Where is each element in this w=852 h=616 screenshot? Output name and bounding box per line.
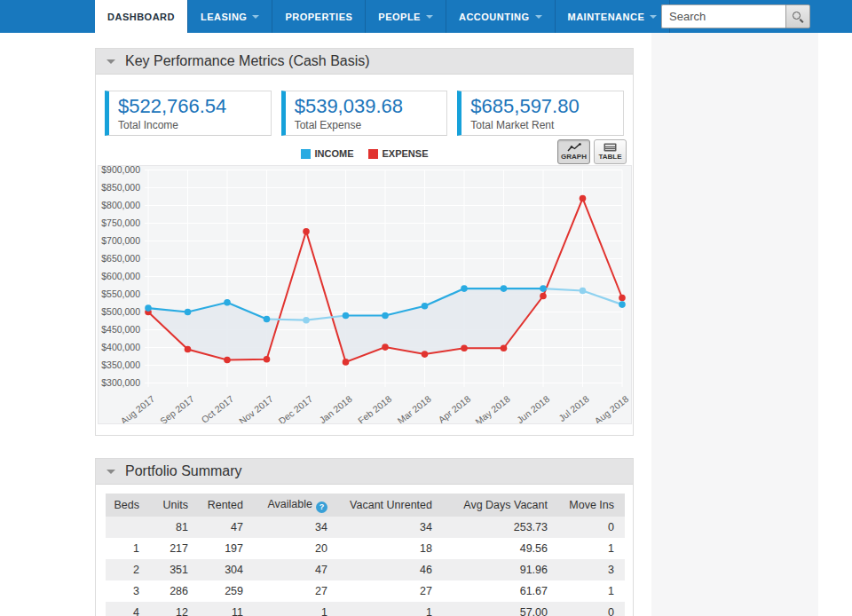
- nav-tab-label: DASHBOARD: [107, 12, 175, 22]
- svg-text:Aug 2018: Aug 2018: [592, 393, 630, 423]
- svg-text:Feb 2018: Feb 2018: [356, 393, 393, 423]
- col-header-label: Vacant Unrented: [350, 499, 432, 511]
- svg-text:Aug 2017: Aug 2017: [118, 393, 156, 423]
- svg-text:$750,000: $750,000: [101, 217, 140, 228]
- help-icon[interactable]: ?: [316, 501, 327, 513]
- table-cell: 351: [150, 559, 199, 580]
- col-header-label: Available: [267, 498, 312, 510]
- search-button[interactable]: [785, 4, 810, 28]
- svg-text:Dec 2017: Dec 2017: [276, 393, 314, 423]
- svg-text:$300,000: $300,000: [101, 377, 140, 388]
- nav-tab-leasing[interactable]: LEASING: [187, 0, 272, 33]
- svg-text:$800,000: $800,000: [101, 200, 140, 210]
- nav-tab-label: LEASING: [201, 12, 247, 22]
- legend-swatch-icon: [368, 149, 378, 159]
- nav-tab-accounting[interactable]: ACCOUNTING: [446, 0, 555, 33]
- table-row: 1217197201849.561: [106, 538, 625, 559]
- chevron-down-icon: [426, 15, 433, 19]
- col-header-available: Available?: [254, 494, 338, 517]
- table-cell: 57.00: [443, 602, 558, 616]
- table-cell: 27: [254, 580, 338, 602]
- nav-tab-label: PEOPLE: [378, 12, 421, 22]
- svg-text:$350,000: $350,000: [101, 359, 140, 370]
- table-icon: [604, 143, 617, 152]
- metric-label: Total Income: [118, 119, 271, 131]
- svg-text:Jun 2018: Jun 2018: [515, 393, 552, 423]
- col-header-label: Units: [163, 499, 188, 511]
- table-cell: 3: [106, 580, 150, 602]
- nav-tab-properties[interactable]: PROPERTIES: [272, 0, 365, 33]
- graph-table-toggle: GRAPH TABLE: [557, 139, 627, 164]
- col-header-label: Move Ins: [569, 499, 614, 511]
- graph-button-label: GRAPH: [561, 153, 587, 161]
- kpm-chart: $300,000$350,000$400,000$450,000$500,000…: [99, 166, 631, 423]
- table-cell: 18: [338, 538, 443, 559]
- table-cell: 3: [558, 559, 625, 580]
- nav-tab-people[interactable]: PEOPLE: [365, 0, 446, 33]
- svg-text:$900,000: $900,000: [101, 166, 140, 175]
- col-header-label: Beds: [114, 499, 140, 511]
- table-cell: 217: [150, 538, 199, 559]
- col-header-rented: Rented: [199, 494, 254, 517]
- table-cell: 11: [199, 602, 254, 616]
- metric-card-total-expense: $539,039.68Total Expense: [281, 91, 448, 136]
- table-view-button[interactable]: TABLE: [594, 139, 627, 164]
- table-cell: 259: [199, 580, 254, 602]
- table-cell: 47: [254, 559, 338, 580]
- svg-text:$700,000: $700,000: [101, 235, 140, 246]
- svg-text:$650,000: $650,000: [101, 253, 140, 264]
- table-cell: 1: [558, 538, 625, 559]
- metric-cards-row: $522,766.54Total Income$539,039.68Total …: [96, 75, 633, 136]
- svg-text:$500,000: $500,000: [101, 306, 140, 317]
- portfolio-summary-table: BedsUnitsRentedAvailable?Vacant Unrented…: [106, 494, 625, 616]
- col-header-units: Units: [150, 494, 199, 517]
- svg-text:$850,000: $850,000: [101, 182, 140, 193]
- svg-text:Mar 2018: Mar 2018: [395, 393, 432, 423]
- collapse-caret-icon[interactable]: [106, 470, 115, 474]
- metric-label: Total Market Rent: [470, 119, 623, 131]
- svg-text:$400,000: $400,000: [101, 342, 140, 352]
- svg-text:May 2018: May 2018: [473, 393, 512, 423]
- col-header-vacant-unrented: Vacant Unrented: [338, 494, 443, 517]
- svg-text:$550,000: $550,000: [101, 288, 140, 299]
- svg-text:$450,000: $450,000: [101, 324, 140, 335]
- metric-value: $522,766.54: [118, 95, 271, 118]
- legend-item-expense: EXPENSE: [368, 148, 429, 159]
- chevron-down-icon: [535, 15, 542, 19]
- table-cell: 91.96: [443, 559, 558, 580]
- kpm-panel-title: Key Performance Metrics (Cash Basis): [125, 53, 370, 69]
- chart-header: INCOMEEXPENSE GRAPH: [96, 136, 633, 165]
- table-row: 412111157.000: [106, 602, 625, 616]
- nav-tab-label: ACCOUNTING: [459, 12, 530, 22]
- svg-text:Sep 2017: Sep 2017: [158, 393, 196, 423]
- legend-item-income: INCOME: [301, 148, 354, 159]
- table-cell: 1: [338, 602, 443, 616]
- legend-label: INCOME: [315, 148, 354, 159]
- table-cell: 27: [338, 580, 443, 602]
- table-cell: 49.56: [443, 538, 558, 559]
- table-cell: 0: [558, 602, 625, 616]
- svg-text:Jan 2018: Jan 2018: [317, 393, 354, 423]
- kpm-panel: Key Performance Metrics (Cash Basis) $52…: [95, 48, 634, 436]
- nav-tab-maintenance[interactable]: MAINTENANCE: [555, 0, 670, 33]
- portfolio-panel-header: Portfolio Summary: [96, 459, 633, 485]
- table-cell: 0: [558, 517, 625, 538]
- table-cell: 20: [254, 538, 338, 559]
- nav-tab-label: PROPERTIES: [285, 12, 352, 22]
- right-side-panel: [651, 33, 818, 616]
- table-cell: 46: [338, 559, 443, 580]
- nav-tab-dashboard[interactable]: DASHBOARD: [95, 0, 187, 33]
- chevron-down-icon: [650, 15, 657, 19]
- metric-label: Total Expense: [295, 119, 447, 131]
- table-cell: 34: [254, 517, 338, 538]
- table-cell: 304: [199, 559, 254, 580]
- table-button-label: TABLE: [598, 153, 621, 161]
- svg-text:Apr 2018: Apr 2018: [436, 393, 472, 423]
- search-input[interactable]: [661, 4, 785, 28]
- collapse-caret-icon[interactable]: [106, 59, 115, 64]
- table-cell: 286: [150, 580, 199, 602]
- metric-card-total-income: $522,766.54Total Income: [105, 91, 272, 136]
- graph-view-button[interactable]: GRAPH: [557, 139, 590, 164]
- table-row: 3286259272761.671: [106, 580, 625, 602]
- metric-value: $685,597.80: [470, 95, 623, 118]
